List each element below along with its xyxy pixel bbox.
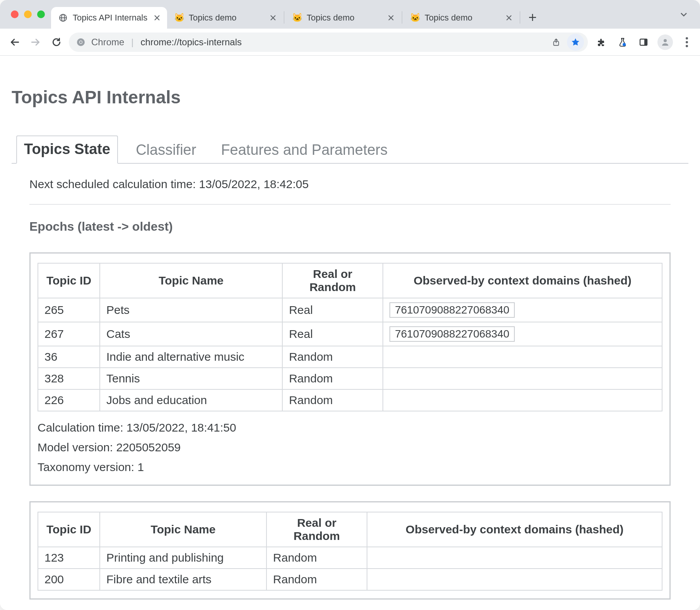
page-tabs: Topics State Classifier Features and Par… bbox=[12, 135, 688, 164]
table-row: 267CatsReal7610709088227068340 bbox=[38, 322, 662, 346]
cell-real-random: Random bbox=[266, 569, 367, 590]
cell-observed-domains bbox=[367, 547, 662, 569]
new-tab-button[interactable] bbox=[524, 9, 541, 26]
tab-strip: Topics API Internals 🐱 Topics demo 🐱 Top… bbox=[0, 0, 700, 29]
tab-topics-state[interactable]: Topics State bbox=[16, 135, 118, 164]
cell-real-random: Random bbox=[282, 368, 383, 389]
tab-features-parameters[interactable]: Features and Parameters bbox=[214, 137, 394, 164]
taxonomy-version-label: Taxonomy version: bbox=[38, 461, 134, 473]
tab-classifier[interactable]: Classifier bbox=[129, 137, 203, 164]
cell-observed-domains: 7610709088227068340 bbox=[383, 298, 662, 322]
globe-icon bbox=[58, 13, 68, 23]
table-header-row: Topic ID Topic Name Real or Random Obser… bbox=[38, 512, 662, 547]
table-row: 328TennisRandom bbox=[38, 368, 662, 389]
cell-real-random: Random bbox=[282, 346, 383, 368]
toolbar: Chrome | chrome://topics-internals bbox=[0, 29, 700, 56]
chrome-icon bbox=[76, 37, 86, 47]
th-observed-domains: Observed-by context domains (hashed) bbox=[383, 263, 662, 298]
close-icon[interactable] bbox=[504, 13, 514, 22]
cell-topic-name: Pets bbox=[100, 298, 282, 322]
reload-button[interactable] bbox=[48, 34, 65, 51]
profile-button[interactable] bbox=[657, 34, 673, 50]
cell-observed-domains bbox=[383, 346, 662, 368]
tab-list-dropdown[interactable] bbox=[676, 7, 691, 22]
window-controls bbox=[8, 10, 51, 18]
browser-tab[interactable]: Topics API Internals bbox=[51, 7, 167, 29]
url-scheme: Chrome bbox=[91, 37, 124, 48]
browser-tab-title: Topics demo bbox=[425, 13, 500, 23]
cell-real-random: Random bbox=[266, 547, 367, 569]
toolbar-right bbox=[592, 34, 694, 50]
table-header-row: Topic ID Topic Name Real or Random Obser… bbox=[38, 263, 662, 298]
calc-time-value: 13/05/2022, 18:41:50 bbox=[126, 421, 236, 434]
back-button[interactable] bbox=[6, 34, 23, 51]
th-real-random: Real or Random bbox=[266, 512, 367, 547]
cell-topic-id: 267 bbox=[38, 322, 100, 346]
window-minimize-button[interactable] bbox=[24, 10, 32, 18]
page-content: Topics API Internals Topics State Classi… bbox=[0, 56, 700, 610]
table-row: 265PetsReal7610709088227068340 bbox=[38, 298, 662, 322]
model-version-value: 2205052059 bbox=[116, 441, 181, 454]
close-icon[interactable] bbox=[268, 13, 278, 22]
labs-button[interactable] bbox=[616, 35, 630, 49]
side-panel-button[interactable] bbox=[637, 35, 650, 49]
cell-real-random: Real bbox=[282, 298, 383, 322]
taxonomy-version-line: Taxonomy version: 1 bbox=[38, 457, 662, 477]
cell-topic-id: 328 bbox=[38, 368, 100, 389]
browser-tabs: Topics API Internals 🐱 Topics demo 🐱 Top… bbox=[51, 0, 676, 29]
cell-observed-domains: 7610709088227068340 bbox=[383, 322, 662, 346]
epoch-card: Topic ID Topic Name Real or Random Obser… bbox=[29, 252, 671, 486]
svg-point-20 bbox=[623, 43, 626, 46]
cat-icon: 🐱 bbox=[292, 13, 302, 23]
cell-observed-domains bbox=[367, 569, 662, 590]
cell-observed-domains bbox=[383, 389, 662, 411]
page-title: Topics API Internals bbox=[12, 87, 688, 108]
menu-button[interactable] bbox=[680, 35, 694, 49]
cat-icon: 🐱 bbox=[174, 13, 184, 23]
browser-tab[interactable]: 🐱 Topics demo bbox=[167, 7, 283, 29]
calc-time-line: Calculation time: 13/05/2022, 18:41:50 bbox=[38, 418, 662, 437]
browser-window: Topics API Internals 🐱 Topics demo 🐱 Top… bbox=[0, 0, 700, 610]
cat-icon: 🐱 bbox=[410, 13, 420, 23]
taxonomy-version-value: 1 bbox=[137, 461, 144, 473]
th-topic-name: Topic Name bbox=[100, 512, 266, 547]
close-icon[interactable] bbox=[386, 13, 396, 22]
cell-topic-name: Fibre and textile arts bbox=[100, 569, 266, 590]
table-row: 226Jobs and educationRandom bbox=[38, 389, 662, 411]
cell-topic-name: Cats bbox=[100, 322, 282, 346]
model-version-label: Model version: bbox=[38, 441, 113, 454]
kebab-icon bbox=[686, 37, 688, 47]
next-calc-value: 13/05/2022, 18:42:05 bbox=[199, 178, 309, 190]
svg-point-17 bbox=[80, 41, 82, 43]
tab-separator bbox=[402, 11, 402, 24]
browser-tab-title: Topics demo bbox=[189, 13, 264, 23]
th-topic-id: Topic ID bbox=[38, 263, 100, 298]
browser-tab[interactable]: 🐱 Topics demo bbox=[285, 7, 401, 29]
next-calc-line: Next scheduled calculation time: 13/05/2… bbox=[29, 178, 671, 191]
browser-tab[interactable]: 🐱 Topics demo bbox=[403, 7, 519, 29]
window-close-button[interactable] bbox=[11, 10, 19, 18]
tabstrip-right bbox=[676, 7, 695, 22]
th-topic-name: Topic Name bbox=[100, 263, 282, 298]
hash-chip: 7610709088227068340 bbox=[389, 302, 515, 318]
close-icon[interactable] bbox=[152, 13, 162, 22]
forward-button[interactable] bbox=[27, 34, 44, 51]
cell-topic-id: 265 bbox=[38, 298, 100, 322]
extensions-button[interactable] bbox=[595, 35, 609, 49]
share-icon[interactable] bbox=[549, 35, 563, 49]
model-version-line: Model version: 2205052059 bbox=[38, 437, 662, 457]
next-calc-label: Next scheduled calculation time: bbox=[29, 178, 196, 190]
window-zoom-button[interactable] bbox=[37, 10, 45, 18]
cell-topic-name: Tennis bbox=[100, 368, 282, 389]
cell-real-random: Real bbox=[282, 322, 383, 346]
bookmark-button[interactable] bbox=[567, 34, 584, 51]
topics-table: Topic ID Topic Name Real or Random Obser… bbox=[38, 263, 662, 411]
cell-topic-id: 36 bbox=[38, 346, 100, 368]
browser-tab-title: Topics API Internals bbox=[73, 13, 148, 23]
epochs-heading: Epochs (latest -> oldest) bbox=[29, 219, 671, 234]
cell-real-random: Random bbox=[282, 389, 383, 411]
person-icon bbox=[661, 38, 670, 47]
cell-observed-domains bbox=[383, 368, 662, 389]
hash-chip: 7610709088227068340 bbox=[389, 326, 515, 342]
address-bar[interactable]: Chrome | chrome://topics-internals bbox=[69, 33, 588, 52]
